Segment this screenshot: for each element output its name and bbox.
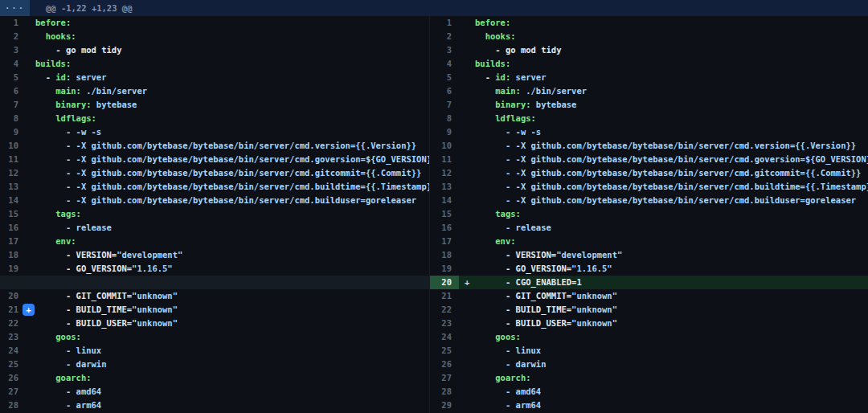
code-line: - linux	[475, 344, 868, 358]
line-number: 4	[0, 57, 24, 71]
diff-marker	[24, 194, 35, 207]
line-number: 13	[0, 180, 24, 194]
diff-pane-new: 1 before:2 hooks:3 - go mod tidy4 builds…	[429, 16, 868, 413]
code-line: - BUILD_USER="unknown"	[475, 317, 868, 330]
line-number: 4	[430, 57, 459, 71]
line-number: 5	[430, 71, 459, 84]
add-comment-button[interactable]: +	[23, 304, 35, 316]
diff-marker	[459, 43, 475, 57]
code-line: - CGO_ENABLED=1	[475, 276, 868, 289]
diff-marker	[24, 16, 35, 30]
line-number: 12	[430, 166, 459, 180]
line-number: 2	[0, 30, 24, 43]
diff-row: 29 - arm64	[430, 399, 868, 412]
diff-marker	[459, 57, 475, 71]
line-number: 1	[0, 16, 24, 30]
line-number: 27	[0, 385, 24, 399]
line-number: 16	[0, 221, 24, 235]
line-number: 7	[0, 98, 24, 112]
diff-row: 5 - id: server	[0, 71, 429, 84]
added-line-marker: +	[459, 276, 475, 289]
diff-row: 28 - arm64	[0, 399, 429, 412]
line-number: 23	[0, 330, 24, 344]
diff-row: 21 - BUILD_TIME="unknown"+	[0, 303, 429, 317]
code-line: - GO_VERSION="1.16.5"	[35, 262, 429, 276]
line-number: 15	[0, 207, 24, 221]
diff-row: 15 tags:	[0, 207, 429, 221]
diff-marker	[24, 235, 35, 248]
code-line: goarch:	[35, 371, 429, 385]
line-number: 21	[430, 289, 459, 303]
diff-marker	[24, 385, 35, 399]
diff-marker	[459, 344, 475, 358]
line-number: 9	[430, 125, 459, 139]
code-line: env:	[475, 235, 868, 248]
diff-marker	[24, 248, 35, 262]
code-line: binary: bytebase	[475, 98, 868, 112]
code-line: builds:	[475, 57, 868, 71]
code-line: - -X github.com/bytebase/bytebase/bin/se…	[35, 153, 429, 166]
line-number: 20	[430, 276, 459, 289]
diff-marker	[459, 221, 475, 235]
diff-marker	[459, 317, 475, 330]
line-number: 11	[0, 153, 24, 166]
code-line: tags:	[35, 207, 429, 221]
code-line: main: ./bin/server	[35, 84, 429, 98]
line-number: 11	[430, 153, 459, 166]
diff-row-empty	[0, 276, 429, 289]
line-number: 12	[0, 166, 24, 180]
diff-marker	[24, 153, 35, 166]
code-line: - GIT_COMMIT="unknown"	[35, 289, 429, 303]
diff-marker	[459, 98, 475, 112]
diff-marker	[459, 303, 475, 317]
line-number: 22	[430, 303, 459, 317]
diff-row: 4 builds:	[430, 57, 868, 71]
line-number: 3	[430, 43, 459, 57]
diff-row: 18 - VERSION="development"	[430, 248, 868, 262]
diff-marker	[24, 125, 35, 139]
diff-row: 5 - id: server	[430, 71, 868, 84]
code-line: - amd64	[475, 385, 868, 399]
diff-row: 16 - release	[0, 221, 429, 235]
diff-marker	[24, 358, 35, 371]
code-line: - VERSION="development"	[35, 248, 429, 262]
diff-pane-old: 1 before:2 hooks:3 - go mod tidy4 builds…	[0, 16, 429, 413]
hunk-header-row: ··· @@ -1,22 +1,23 @@	[0, 0, 868, 16]
diff-marker	[24, 262, 35, 276]
diff-row: 14 - -X github.com/bytebase/bytebase/bin…	[430, 194, 868, 207]
line-number: 18	[430, 248, 459, 262]
line-number: 28	[430, 385, 459, 399]
code-line: before:	[35, 16, 429, 30]
diff-marker	[459, 153, 475, 166]
diff-row: 14 - -X github.com/bytebase/bytebase/bin…	[0, 194, 429, 207]
line-number: 25	[0, 358, 24, 371]
code-line: ldflags:	[475, 112, 868, 125]
expand-diff-button[interactable]: ···	[0, 0, 30, 16]
line-number: 6	[0, 84, 24, 98]
diff-marker	[459, 16, 475, 30]
split-diff-view: ··· @@ -1,22 +1,23 @@ 1 before:2 hooks:3…	[0, 0, 868, 413]
diff-row: 15 tags:	[430, 207, 868, 221]
code-line: ldflags:	[35, 112, 429, 125]
diff-row: 1 before:	[0, 16, 429, 30]
code-line: builds:	[35, 57, 429, 71]
line-number: 14	[430, 194, 459, 207]
code-line: - id: server	[475, 71, 868, 84]
diff-marker	[459, 194, 475, 207]
diff-row: 8 ldflags:	[430, 112, 868, 125]
code-line: - -X github.com/bytebase/bytebase/bin/se…	[35, 180, 429, 194]
code-line: main: ./bin/server	[475, 84, 868, 98]
line-number: 24	[0, 344, 24, 358]
diff-marker	[459, 84, 475, 98]
diff-marker	[24, 112, 35, 125]
diff-row: 17 env:	[0, 235, 429, 248]
code-line: env:	[35, 235, 429, 248]
code-line: - go mod tidy	[475, 43, 868, 57]
line-number: 23	[430, 317, 459, 330]
code-line: binary: bytebase	[35, 98, 429, 112]
code-line: - release	[35, 221, 429, 235]
diff-marker	[24, 166, 35, 180]
diff-row: 8 ldflags:	[0, 112, 429, 125]
line-number: 6	[430, 84, 459, 98]
diff-row: 19 - GO_VERSION="1.16.5"	[0, 262, 429, 276]
